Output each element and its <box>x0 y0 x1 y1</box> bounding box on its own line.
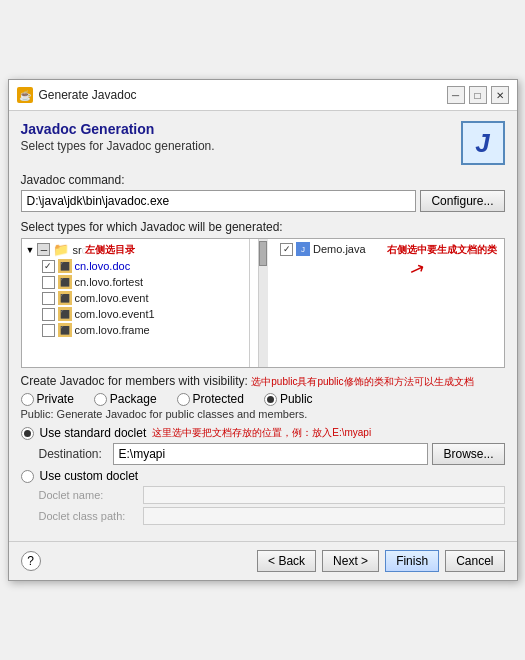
package-label: Package <box>110 392 157 406</box>
bottom-bar: ? < Back Next > Finish Cancel <box>9 541 517 580</box>
bottom-left: ? <box>21 551 41 571</box>
destination-input[interactable] <box>113 443 429 465</box>
com-lovo-frame-label: com.lovo.frame <box>75 324 150 336</box>
private-radio[interactable] <box>21 393 34 406</box>
help-button[interactable]: ? <box>21 551 41 571</box>
window-icon: ☕ <box>17 87 33 103</box>
title-bar-left: ☕ Generate Javadoc <box>17 87 137 103</box>
tree-item-cn-lovo-fortest[interactable]: ⬛ cn.lovo.fortest <box>24 274 248 290</box>
tree-item-demo-java[interactable]: ✓ J Demo.java <box>278 241 502 257</box>
doclet-name-input <box>143 486 505 504</box>
left-scrollbar-thumb[interactable] <box>259 241 267 266</box>
cn-lovo-fortest-label: cn.lovo.fortest <box>75 276 143 288</box>
command-label: Javadoc command: <box>21 173 505 187</box>
folder-icon: 📁 <box>53 242 69 257</box>
types-panel: ▼ ─ 📁 src ✓ ⬛ cn.lovo.doc ⬛ cn.lovo.fort… <box>21 238 505 368</box>
visibility-section: Create Javadoc for members with visibili… <box>21 374 505 420</box>
command-input[interactable] <box>21 190 417 212</box>
cn-lovo-doc-checkbox[interactable]: ✓ <box>42 260 55 273</box>
custom-doclet-option: Use custom doclet <box>21 469 505 483</box>
public-radio[interactable] <box>264 393 277 406</box>
page-header: Javadoc Generation Select types for Java… <box>21 121 215 163</box>
radio-package[interactable]: Package <box>94 392 157 406</box>
pkg-icon-5: ⬛ <box>58 323 72 337</box>
public-label: Public <box>280 392 313 406</box>
cancel-button[interactable]: Cancel <box>445 550 504 572</box>
expand-icon: ▼ <box>26 245 35 255</box>
destination-label: Destination: <box>39 447 109 461</box>
left-panel[interactable]: ▼ ─ 📁 src ✓ ⬛ cn.lovo.doc ⬛ cn.lovo.fort… <box>22 239 251 367</box>
minimize-button[interactable]: ─ <box>447 86 465 104</box>
command-row: Configure... <box>21 190 505 212</box>
tree-item-com-lovo-event1[interactable]: ⬛ com.lovo.event1 <box>24 306 248 322</box>
com-lovo-event-checkbox[interactable] <box>42 292 55 305</box>
back-button[interactable]: < Back <box>257 550 316 572</box>
dialog-content: Javadoc Generation Select types for Java… <box>9 111 517 541</box>
protected-radio[interactable] <box>177 393 190 406</box>
standard-doclet-label: Use standard doclet <box>40 426 147 440</box>
radio-public[interactable]: Public <box>264 392 313 406</box>
javadoc-logo: J <box>461 121 505 165</box>
public-description: Public: Generate Javadoc for public clas… <box>21 408 505 420</box>
src-label: src <box>72 244 87 256</box>
close-button[interactable]: ✕ <box>491 86 509 104</box>
com-lovo-event1-label: com.lovo.event1 <box>75 308 155 320</box>
doclet-name-row: Doclet name: <box>39 486 505 504</box>
pkg-icon-3: ⬛ <box>58 291 72 305</box>
configure-button[interactable]: Configure... <box>420 190 504 212</box>
demo-java-checkbox[interactable]: ✓ <box>280 243 293 256</box>
right-panel[interactable]: ✓ J Demo.java <box>276 239 504 367</box>
demo-java-label: Demo.java <box>313 243 366 255</box>
tree-item-src[interactable]: ▼ ─ 📁 src <box>24 241 248 258</box>
doclet-classpath-input <box>143 507 505 525</box>
protected-label: Protected <box>193 392 244 406</box>
custom-doclet-label: Use custom doclet <box>40 469 139 483</box>
visibility-label: Create Javadoc for members with visibili… <box>21 374 505 389</box>
doclet-classpath-row: Doclet class path: <box>39 507 505 525</box>
standard-annotation: 这里选中要把文档存放的位置，例：放入E:\myapi <box>152 426 371 440</box>
left-scrollbar[interactable] <box>258 239 268 367</box>
tree-item-com-lovo-event[interactable]: ⬛ com.lovo.event <box>24 290 248 306</box>
visibility-annotation: 选中public具有public修饰的类和方法可以生成文档 <box>251 376 473 387</box>
custom-doclet-radio[interactable] <box>21 470 34 483</box>
com-lovo-frame-checkbox[interactable] <box>42 324 55 337</box>
title-bar: ☕ Generate Javadoc ─ □ ✕ <box>9 80 517 111</box>
radio-private[interactable]: Private <box>21 392 74 406</box>
pkg-icon-4: ⬛ <box>58 307 72 321</box>
doclet-classpath-label: Doclet class path: <box>39 510 139 522</box>
java-file-icon: J <box>296 242 310 256</box>
com-lovo-event1-checkbox[interactable] <box>42 308 55 321</box>
visibility-radio-row: Private Package Protected Public <box>21 392 505 406</box>
src-checkbox[interactable]: ─ <box>37 243 50 256</box>
cn-lovo-fortest-checkbox[interactable] <box>42 276 55 289</box>
title-controls: ─ □ ✕ <box>447 86 509 104</box>
standard-doclet-radio[interactable] <box>21 427 34 440</box>
maximize-button[interactable]: □ <box>469 86 487 104</box>
pkg-icon-2: ⬛ <box>58 275 72 289</box>
page-title: Javadoc Generation <box>21 121 215 137</box>
bottom-right: < Back Next > Finish Cancel <box>257 550 504 572</box>
tree-item-cn-lovo-doc[interactable]: ✓ ⬛ cn.lovo.doc <box>24 258 248 274</box>
types-label: Select types for which Javadoc will be g… <box>21 220 505 234</box>
tree-item-com-lovo-frame[interactable]: ⬛ com.lovo.frame <box>24 322 248 338</box>
generate-javadoc-window: ☕ Generate Javadoc ─ □ ✕ Javadoc Generat… <box>8 79 518 581</box>
com-lovo-event-label: com.lovo.event <box>75 292 149 304</box>
finish-button[interactable]: Finish <box>385 550 439 572</box>
destination-row: Destination: Browse... <box>39 443 505 465</box>
radio-protected[interactable]: Protected <box>177 392 244 406</box>
page-subtitle: Select types for Javadoc generation. <box>21 139 215 153</box>
browse-button[interactable]: Browse... <box>432 443 504 465</box>
pkg-icon: ⬛ <box>58 259 72 273</box>
next-button[interactable]: Next > <box>322 550 379 572</box>
standard-doclet-option: Use standard doclet 这里选中要把文档存放的位置，例：放入E:… <box>21 426 505 440</box>
doclet-section: Use standard doclet 这里选中要把文档存放的位置，例：放入E:… <box>21 426 505 525</box>
private-label: Private <box>37 392 74 406</box>
package-radio[interactable] <box>94 393 107 406</box>
doclet-name-label: Doclet name: <box>39 489 139 501</box>
cn-lovo-doc-label: cn.lovo.doc <box>75 260 131 272</box>
window-title: Generate Javadoc <box>39 88 137 102</box>
